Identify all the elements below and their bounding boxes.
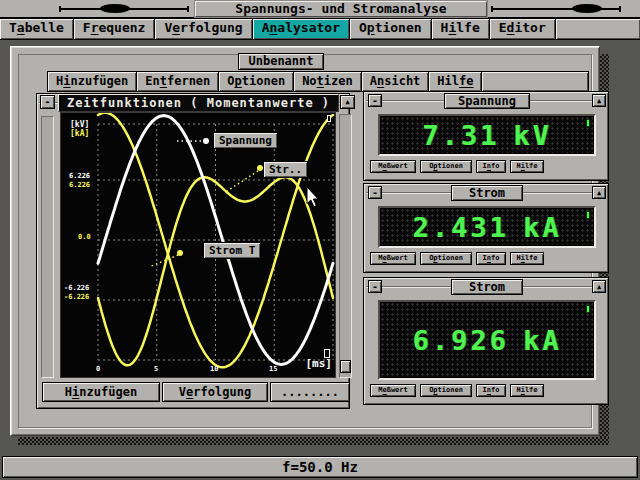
analysis-window: Unbenannt Hinzufügen Entfernen Optionen … (10, 46, 600, 436)
menu-item-hilfe[interactable]: Hilfe (432, 19, 490, 39)
x-axis-unit: [ms] (306, 357, 333, 370)
dots-button[interactable]: ........ (270, 382, 350, 402)
y-tick-zero: 0.0 (78, 233, 91, 241)
menu-item-frequenz[interactable]: Frequenz (74, 19, 156, 39)
callout-str[interactable]: Str.. (263, 161, 308, 178)
plot-corner-indicator (327, 115, 331, 122)
window-menu-optionen[interactable]: Optionen (219, 72, 294, 91)
plot-corner-indicator (324, 349, 330, 358)
y-tick-lower-ka: -6.226 (64, 293, 89, 301)
window-menu-hinzufuegen[interactable]: Hinzufügen (48, 72, 137, 91)
minimize-button[interactable]: - (368, 94, 382, 107)
minimize-button[interactable]: - (368, 186, 382, 199)
scroll-up-button[interactable]: ▲ (592, 280, 606, 293)
info-button[interactable]: Info (476, 160, 506, 173)
hinzufuegen-button[interactable]: Hinzufügen (42, 382, 160, 402)
y-unit-ka: [kA] (70, 129, 89, 138)
frequency-status: f=50.0 Hz (282, 459, 358, 475)
y-unit-kv: [kV] (70, 120, 89, 129)
display-title[interactable]: Strom (451, 185, 523, 201)
hilfe-button[interactable]: Hilfe (510, 160, 544, 173)
x-tick-15: 15 (269, 365, 277, 373)
display-panel-strom-2: - Strom ▲ 6.926kA Meßwert Optionen Info … (363, 277, 609, 405)
app-titlebar: Spannungs- und Stromanalyse (0, 0, 640, 18)
display-title[interactable]: Strom (451, 279, 523, 295)
title-decoration-tick (491, 6, 493, 12)
scroll-up-button[interactable]: ▲ (592, 94, 606, 107)
display-title[interactable]: Spannung (444, 93, 530, 109)
window-menu-hilfe[interactable]: Hilfe (429, 72, 482, 91)
messwert-button[interactable]: Meßwert (370, 160, 416, 173)
menubar-filler (556, 19, 640, 39)
y-tick-upper-kv: 6.226 (69, 172, 90, 180)
scroll-thumb[interactable] (340, 360, 351, 373)
info-button[interactable]: Info (476, 252, 506, 265)
right-scroll-track[interactable] (339, 114, 352, 378)
window-shadow (18, 437, 609, 445)
scroll-up-button[interactable]: ▲ (592, 186, 606, 199)
led-display: 2.431kA (378, 206, 596, 248)
minimize-button[interactable]: - (40, 95, 55, 109)
y-tick-lower-kv: -6.226 (64, 284, 89, 292)
display-unit: kV (513, 120, 552, 151)
chart-title[interactable]: Zeitfunktionen ( Momentanwerte ) (58, 94, 339, 112)
led-display: 7.31kV (378, 114, 596, 156)
title-decoration-oval (572, 4, 602, 13)
display-unit: kA (523, 212, 562, 243)
messwert-button[interactable]: Meßwert (370, 384, 416, 397)
waveform-plot: [kV] [kA] 6.226 6.226 0.0 -6.226 -6.226 … (60, 112, 336, 378)
power-indicator (586, 305, 590, 313)
power-indicator (586, 211, 590, 219)
title-decoration-tick (619, 6, 621, 12)
optionen-button[interactable]: Optionen (420, 160, 472, 173)
led-display: 6.926kA (378, 300, 596, 380)
display-panel-strom-1: - Strom ▲ 2.431kA Meßwert Optionen Info … (363, 183, 609, 273)
title-decoration-tick (187, 6, 189, 12)
display-panel-spannung: - Spannung ▲ 7.31kV Meßwert Optionen Inf… (363, 91, 609, 181)
optionen-button[interactable]: Optionen (420, 384, 472, 397)
screen: Spannungs- und Stromanalyse Tabelle Freq… (0, 0, 640, 480)
callout-spannung[interactable]: Spannung (213, 132, 278, 149)
title-decoration-tick (59, 6, 61, 12)
left-scroll-track[interactable] (41, 116, 54, 378)
window-menubar-filler (482, 72, 588, 91)
window-menu-notizen[interactable]: Notizen (294, 72, 362, 91)
app-menubar: Tabelle Frequenz Verfolgung Analysator O… (0, 18, 640, 40)
messwert-button[interactable]: Meßwert (370, 252, 416, 265)
x-tick-0: 0 (96, 365, 100, 373)
menu-item-verfolgung[interactable]: Verfolgung (155, 19, 252, 39)
scroll-up-button[interactable]: ▲ (340, 95, 355, 109)
display-unit: kA (523, 325, 562, 356)
window-menu-entfernen[interactable]: Entfernen (137, 72, 219, 91)
x-tick-10: 10 (210, 365, 218, 373)
window-title-tab[interactable]: Unbenannt (238, 53, 324, 70)
callout-strom-t[interactable]: Strom T (203, 242, 261, 259)
menu-item-analysator[interactable]: Analysator (253, 19, 350, 39)
title-decoration-oval (100, 4, 130, 13)
power-indicator (586, 119, 590, 127)
display-value: 2.431 (413, 212, 509, 243)
status-bar: f=50.0 Hz (2, 456, 638, 478)
window-menu-ansicht[interactable]: Ansicht (362, 72, 430, 91)
hilfe-button[interactable]: Hilfe (510, 384, 544, 397)
window-menubar: Hinzufügen Entfernen Optionen Notizen An… (47, 71, 589, 92)
display-value: 7.31 (422, 120, 499, 151)
menu-item-tabelle[interactable]: Tabelle (0, 19, 74, 39)
menu-item-editor[interactable]: Editor (490, 19, 556, 39)
chart-panel: - Zeitfunktionen ( Momentanwerte ) ▲ [kV… (36, 93, 350, 409)
waveform-svg (61, 113, 337, 379)
display-value: 6.926 (413, 325, 509, 356)
y-tick-upper-ka: 6.226 (69, 181, 90, 189)
menu-item-optionen[interactable]: Optionen (350, 19, 432, 39)
app-title: Spannungs- und Stromanalyse (195, 1, 487, 17)
minimize-button[interactable]: - (368, 280, 382, 293)
verfolgung-button[interactable]: Verfolgung (162, 382, 268, 402)
info-button[interactable]: Info (476, 384, 506, 397)
x-tick-5: 5 (154, 365, 158, 373)
optionen-button[interactable]: Optionen (420, 252, 472, 265)
hilfe-button[interactable]: Hilfe (510, 252, 544, 265)
